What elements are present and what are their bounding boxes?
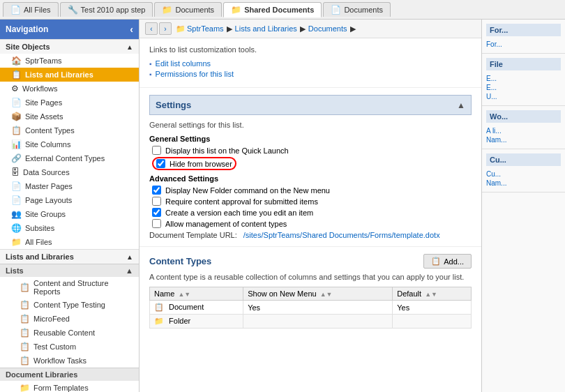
document-row-icon: 📋 [154,303,164,311]
checkbox-content-approval-input[interactable] [152,197,161,206]
content-types-desc: A content type is a reusable collection … [149,273,472,281]
reusable-icon: 📋 [20,328,30,338]
tab-shared-documents[interactable]: 📁 Shared Documents [223,2,322,17]
nav-item-form-templates[interactable]: 📁 Form Templates [0,381,139,392]
lists-libraries-collapse[interactable]: ▲ [126,253,133,261]
nav-item-content-type-testing[interactable]: 📋 Content Type Testing [0,298,139,312]
ct-row-document: 📋 Document Yes Yes [150,301,472,315]
site-objects-collapse[interactable]: ▲ [126,43,133,51]
col-default[interactable]: Default ▲▼ [393,287,472,301]
right-form-title: For... [486,24,561,36]
checkbox-content-approval: Require content approval for submitted i… [152,197,472,206]
subsites-icon: 🌐 [11,223,22,233]
col-name[interactable]: Name ▲▼ [150,287,243,301]
nav-item-page-layouts[interactable]: 📄 Page Layouts [0,193,139,207]
home-icon: 🏠 [11,56,22,66]
ct-row-folder: 📁 Folder [150,315,472,329]
ct-document-default: Yes [393,301,472,315]
right-cu-title: Cu... [486,153,561,166]
bc-sep2: ▶ [300,24,306,33]
nav-item-lists-libraries[interactable]: 📋 Lists and Libraries [0,68,139,82]
nav-item-master-pages[interactable]: 📄 Master Pages [0,179,139,193]
site-objects-header: Site Objects ▲ [0,39,139,54]
right-wo-name: Nam... [486,135,561,144]
nav-item-data-sources[interactable]: 🗄 Data Sources [0,165,139,179]
ct-folder-default [393,315,472,329]
nav-item-site-pages[interactable]: 📄 Site Pages [0,96,139,110]
doc-template-row: Document Template URL: /sites/SptrTeams/… [149,231,472,239]
bc-lists-libraries[interactable]: Lists and Libraries [235,24,297,33]
master-pages-icon: 📄 [11,181,22,191]
tab-test-2010[interactable]: 🔧 Test 2010 app step [60,2,153,17]
nav-collapse-arrow[interactable]: ‹ [130,24,133,35]
right-form-section: For... For... [482,20,565,54]
nav-item-workflows[interactable]: ⚙ Workflows [0,82,139,96]
right-file-item-3[interactable]: U... [486,92,561,101]
breadcrumb: ‹ › 📁 SptrTeams ▶ Lists and Libraries ▶ … [140,20,481,38]
right-file-item-2[interactable]: E... [486,83,561,92]
site-columns-icon: 📊 [11,140,22,149]
right-wo-title: Wo... [486,110,561,123]
add-icon: 📋 [431,257,441,266]
name-sort-icon: ▲▼ [178,291,190,298]
nav-item-microfeed[interactable]: 📋 MicroFeed [0,312,139,326]
ct-folder-show [243,315,393,329]
bc-documents[interactable]: Documents [308,24,347,33]
right-file-title: File [486,58,561,70]
nav-item-content-structure[interactable]: 📋 Content and Structure Reports [0,277,139,298]
nav-item-site-groups[interactable]: 👥 Site Groups [0,207,139,221]
tab-documents-1[interactable]: 📁 Documents [154,2,222,17]
settings-collapse-btn[interactable]: ▲ [457,100,465,110]
nav-item-content-types[interactable]: 📋 Content Types [0,123,139,137]
nav-panel: Navigation ‹ Site Objects ▲ 🏠 SptrTeams … [0,20,140,392]
ct-testing-icon: 📋 [20,300,30,310]
checkbox-version-input[interactable] [152,208,161,217]
center-content: ‹ › 📁 SptrTeams ▶ Lists and Libraries ▶ … [140,20,481,392]
content-types-title: Content Types [149,256,211,266]
tab-test-2010-icon: 🔧 [68,5,78,15]
nav-item-sptrteams[interactable]: 🏠 SptrTeams [0,54,139,68]
content-types-icon: 📋 [11,126,22,135]
site-pages-icon: 📄 [11,98,22,107]
ct-document-show: Yes [243,301,393,315]
nav-item-ext-content-types[interactable]: 🔗 External Content Types [0,151,139,165]
microfeed-icon: 📋 [20,314,30,324]
checkbox-new-folder-input[interactable] [152,186,161,195]
checkbox-content-types: Allow management of content types [152,219,472,228]
nav-item-reusable-content[interactable]: 📋 Reusable Content [0,326,139,340]
doc-libraries-sub-header: Document Libraries [0,368,139,381]
tab-all-files[interactable]: 📄 All Files [3,2,59,17]
nav-item-site-columns[interactable]: 📊 Site Columns [0,137,139,151]
nav-item-test-custom[interactable]: 📋 Test Custom [0,340,139,354]
forward-arrow[interactable]: › [159,22,172,35]
right-file-item-1[interactable]: E... [486,74,561,83]
ct-document-name[interactable]: 📋 Document [150,301,243,315]
tab-test-2010-label: Test 2010 app step [81,6,146,14]
doc-template-url[interactable]: /sites/SptrTeams/Shared Documents/Forms/… [243,231,440,239]
tab-documents-2[interactable]: 📄 Documents [323,2,391,17]
ct-folder-name[interactable]: 📁 Folder [150,315,243,329]
checkbox-hide-highlight: Hide from browser [152,157,236,170]
back-arrow[interactable]: ‹ [145,22,158,35]
nav-item-site-assets[interactable]: 📦 Site Assets [0,110,139,123]
lists-collapse[interactable]: ▲ [126,266,133,275]
link-permissions[interactable]: Permissions for this list [149,70,472,78]
all-files-icon: 📁 [11,237,22,247]
link-edit-columns[interactable]: Edit list columns [149,59,472,68]
checkbox-hide-browser-input[interactable] [156,159,165,168]
nav-item-subsites[interactable]: 🌐 Subsites [0,221,139,235]
checkbox-content-types-input[interactable] [152,219,161,228]
tab-all-files-label: All Files [24,6,51,14]
nav-item-workflow-tasks[interactable]: 📋 Workflow Tasks [0,354,139,368]
bc-sptrteams[interactable]: SptrTeams [187,24,224,33]
lists-icon: 📋 [11,70,22,80]
right-form-label[interactable]: For... [486,40,561,49]
form-templates-icon: 📁 [20,383,30,392]
nav-item-all-files[interactable]: 📁 All Files [0,235,139,249]
links-section: Links to list customization tools. Edit … [140,38,481,88]
checkbox-quick-launch-input[interactable] [152,146,161,155]
right-cu-name: Nam... [486,179,561,188]
add-content-type-button[interactable]: 📋 Add... [423,254,472,269]
nav-header: Navigation ‹ [0,20,139,39]
col-show-on-new[interactable]: Show on New Menu ▲▼ [243,287,393,301]
